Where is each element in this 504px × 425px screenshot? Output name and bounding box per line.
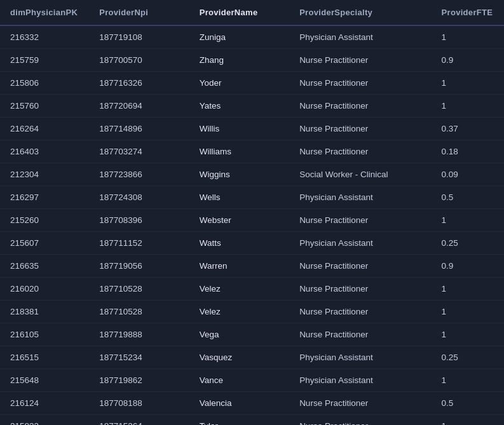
table-row: 215648187719862VancePhysician Assistant1 bbox=[0, 369, 504, 392]
provider-table: dimPhysicianPK ProviderNpi ProviderName … bbox=[0, 0, 504, 425]
table-row: 215759187700570ZhangNurse Practitioner0.… bbox=[0, 49, 504, 72]
cell-providernpi: 187708396 bbox=[89, 209, 189, 232]
cell-dimphysicianpk: 216105 bbox=[0, 323, 89, 346]
cell-dimphysicianpk: 216332 bbox=[0, 25, 89, 49]
table-row: 212304187723866WigginsSocial Worker - Cl… bbox=[0, 163, 504, 186]
cell-providername: Watts bbox=[189, 232, 289, 255]
cell-providerfte: 1 bbox=[432, 278, 504, 300]
cell-providername: Vega bbox=[189, 323, 289, 346]
table-row: 216332187719108ZunigaPhysician Assistant… bbox=[0, 25, 504, 49]
cell-providerspecialty: Nurse Practitioner bbox=[289, 118, 431, 140]
cell-providernpi: 187715364 bbox=[89, 415, 189, 426]
cell-providerfte: 1 bbox=[432, 323, 504, 346]
cell-providerfte: 1 bbox=[432, 209, 504, 232]
header-row: dimPhysicianPK ProviderNpi ProviderName … bbox=[0, 0, 504, 25]
cell-providerspecialty: Physician Assistant bbox=[289, 346, 431, 369]
cell-providerfte: 0.25 bbox=[432, 232, 504, 255]
cell-providerfte: 0.18 bbox=[432, 140, 504, 163]
cell-providerspecialty: Nurse Practitioner bbox=[289, 300, 431, 323]
table-row: 215760187720694YatesNurse Practitioner1 bbox=[0, 95, 504, 118]
cell-dimphysicianpk: 216124 bbox=[0, 392, 89, 415]
cell-providerfte: 1 bbox=[432, 300, 504, 323]
cell-providerspecialty: Social Worker - Clinical bbox=[289, 163, 431, 186]
col-header-providerspecialty: ProviderSpecialty bbox=[289, 0, 431, 25]
cell-dimphysicianpk: 215759 bbox=[0, 49, 89, 72]
cell-providernpi: 187708188 bbox=[89, 392, 189, 415]
cell-providernpi: 187719862 bbox=[89, 369, 189, 392]
cell-providerfte: 1 bbox=[432, 95, 504, 118]
table-row: 216124187708188ValenciaNurse Practitione… bbox=[0, 392, 504, 415]
table-row: 216020187710528VelezNurse Practitioner1 bbox=[0, 278, 504, 300]
cell-providernpi: 187719056 bbox=[89, 255, 189, 278]
cell-providerfte: 0.37 bbox=[432, 118, 504, 140]
cell-dimphysicianpk: 215833 bbox=[0, 415, 89, 426]
cell-providername: Willis bbox=[189, 118, 289, 140]
cell-providerspecialty: Nurse Practitioner bbox=[289, 255, 431, 278]
cell-providername: Williams bbox=[189, 140, 289, 163]
cell-providerfte: 1 bbox=[432, 369, 504, 392]
cell-providernpi: 187724308 bbox=[89, 186, 189, 209]
cell-providerfte: 1 bbox=[432, 25, 504, 49]
cell-providernpi: 187715234 bbox=[89, 346, 189, 369]
cell-providerspecialty: Physician Assistant bbox=[289, 186, 431, 209]
cell-providerfte: 1 bbox=[432, 415, 504, 426]
cell-providerspecialty: Nurse Practitioner bbox=[289, 415, 431, 426]
cell-providername: Webster bbox=[189, 209, 289, 232]
table-row: 215833187715364TylerNurse Practitioner1 bbox=[0, 415, 504, 426]
cell-dimphysicianpk: 215648 bbox=[0, 369, 89, 392]
cell-providerfte: 0.25 bbox=[432, 346, 504, 369]
cell-providername: Velez bbox=[189, 278, 289, 300]
cell-providername: Yoder bbox=[189, 72, 289, 95]
cell-providerspecialty: Nurse Practitioner bbox=[289, 323, 431, 346]
cell-providerspecialty: Nurse Practitioner bbox=[289, 278, 431, 300]
cell-providerfte: 0.5 bbox=[432, 392, 504, 415]
col-header-providerfte: ProviderFTE bbox=[432, 0, 504, 25]
col-header-dimphysicianpk: dimPhysicianPK bbox=[0, 0, 89, 25]
data-table-container: dimPhysicianPK ProviderNpi ProviderName … bbox=[0, 0, 504, 425]
table-row: 216403187703274WilliamsNurse Practitione… bbox=[0, 140, 504, 163]
cell-providername: Yates bbox=[189, 95, 289, 118]
cell-providername: Zuniga bbox=[189, 25, 289, 49]
cell-dimphysicianpk: 216635 bbox=[0, 255, 89, 278]
table-row: 216264187714896WillisNurse Practitioner0… bbox=[0, 118, 504, 140]
table-row: 215607187711152WattsPhysician Assistant0… bbox=[0, 232, 504, 255]
cell-providerfte: 0.9 bbox=[432, 49, 504, 72]
table-row: 216515187715234VasquezPhysician Assistan… bbox=[0, 346, 504, 369]
cell-providernpi: 187723866 bbox=[89, 163, 189, 186]
cell-dimphysicianpk: 212304 bbox=[0, 163, 89, 186]
cell-providerspecialty: Nurse Practitioner bbox=[289, 392, 431, 415]
cell-providernpi: 187700570 bbox=[89, 49, 189, 72]
cell-providerspecialty: Nurse Practitioner bbox=[289, 49, 431, 72]
cell-providername: Vance bbox=[189, 369, 289, 392]
cell-dimphysicianpk: 216297 bbox=[0, 186, 89, 209]
cell-providerfte: 0.5 bbox=[432, 186, 504, 209]
cell-dimphysicianpk: 216020 bbox=[0, 278, 89, 300]
cell-providername: Valencia bbox=[189, 392, 289, 415]
cell-providerfte: 1 bbox=[432, 72, 504, 95]
cell-dimphysicianpk: 216264 bbox=[0, 118, 89, 140]
cell-providernpi: 187720694 bbox=[89, 95, 189, 118]
cell-providername: Tyler bbox=[189, 415, 289, 426]
cell-providername: Zhang bbox=[189, 49, 289, 72]
cell-providername: Warren bbox=[189, 255, 289, 278]
cell-providernpi: 187703274 bbox=[89, 140, 189, 163]
cell-providerspecialty: Physician Assistant bbox=[289, 25, 431, 49]
table-row: 216635187719056WarrenNurse Practitioner0… bbox=[0, 255, 504, 278]
cell-providername: Wiggins bbox=[189, 163, 289, 186]
cell-providerfte: 0.9 bbox=[432, 255, 504, 278]
table-row: 216297187724308WellsPhysician Assistant0… bbox=[0, 186, 504, 209]
cell-dimphysicianpk: 215260 bbox=[0, 209, 89, 232]
cell-providernpi: 187716326 bbox=[89, 72, 189, 95]
table-row: 218381187710528VelezNurse Practitioner1 bbox=[0, 300, 504, 323]
cell-providerspecialty: Nurse Practitioner bbox=[289, 209, 431, 232]
cell-providerspecialty: Physician Assistant bbox=[289, 232, 431, 255]
cell-providernpi: 187710528 bbox=[89, 278, 189, 300]
table-header: dimPhysicianPK ProviderNpi ProviderName … bbox=[0, 0, 504, 25]
cell-providernpi: 187719108 bbox=[89, 25, 189, 49]
table-row: 216105187719888VegaNurse Practitioner1 bbox=[0, 323, 504, 346]
cell-dimphysicianpk: 215806 bbox=[0, 72, 89, 95]
cell-dimphysicianpk: 215607 bbox=[0, 232, 89, 255]
cell-providerspecialty: Physician Assistant bbox=[289, 369, 431, 392]
cell-providerspecialty: Nurse Practitioner bbox=[289, 72, 431, 95]
cell-dimphysicianpk: 216515 bbox=[0, 346, 89, 369]
